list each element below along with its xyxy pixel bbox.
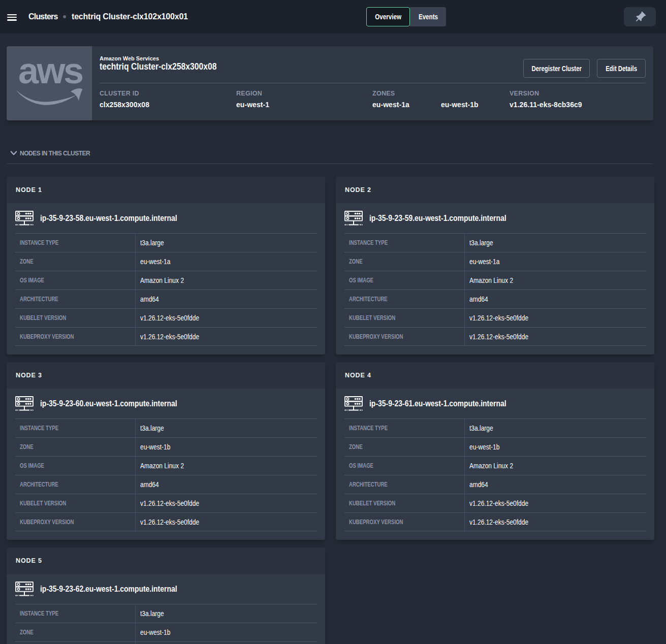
svg-text:aws: aws [18,50,83,91]
